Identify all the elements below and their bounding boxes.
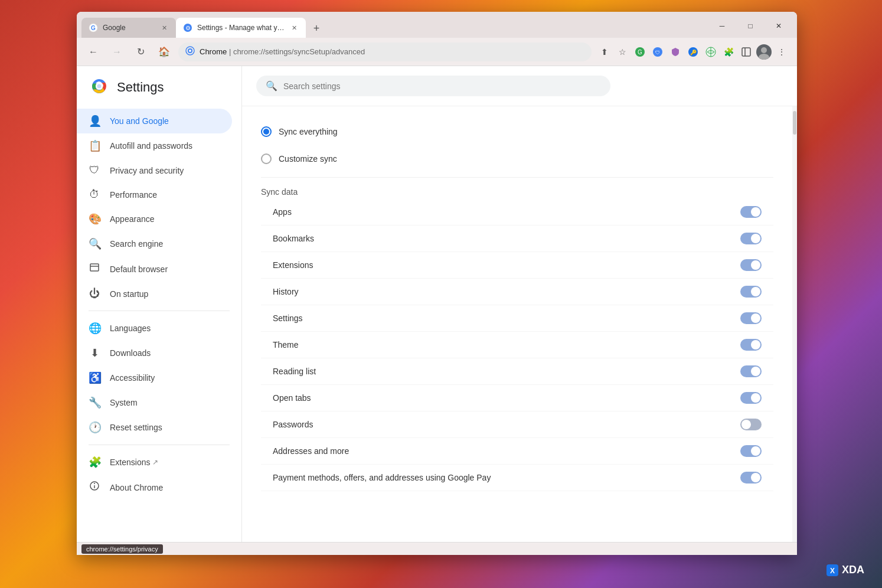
close-button[interactable]: ✕ <box>765 18 792 34</box>
sidebar-label-autofill: Autofill and passwords <box>110 141 192 151</box>
sync-label-payment: Payment methods, offers, and addresses u… <box>273 473 491 482</box>
shield-icon[interactable] <box>667 44 684 60</box>
toggle-addresses[interactable] <box>740 445 762 457</box>
profile-icon[interactable] <box>756 44 772 60</box>
sync-item-open-tabs: Open tabs <box>261 385 773 411</box>
svg-text:G: G <box>91 25 96 31</box>
toggle-extensions[interactable] <box>740 259 762 271</box>
home-button[interactable]: 🏠 <box>155 43 174 61</box>
sidebar-item-performance[interactable]: ⏱ Performance <box>77 182 232 207</box>
svg-text:🔑: 🔑 <box>690 49 697 56</box>
sync-label-reading-list: Reading list <box>273 367 316 376</box>
sidebar-item-appearance[interactable]: 🎨 Appearance <box>77 207 232 231</box>
key-icon[interactable]: 🔑 <box>685 44 701 60</box>
svg-point-17 <box>761 47 767 53</box>
tab-google[interactable]: G Google ✕ <box>81 18 176 38</box>
google-icon-1[interactable]: G <box>632 44 648 60</box>
window-controls: ─ □ ✕ <box>708 18 792 34</box>
sidebar: Settings 👤 You and Google 📋 Autofill and… <box>77 66 242 542</box>
sidebar-item-default-browser[interactable]: Default browser <box>77 256 232 282</box>
toggle-bookmarks[interactable] <box>740 233 762 244</box>
sync-item-payment: Payment methods, offers, and addresses u… <box>261 465 773 491</box>
tab-favicon-google: G <box>89 23 98 32</box>
extensions-icon[interactable]: 🧩 <box>720 44 737 60</box>
external-link-icon: ↗ <box>152 458 158 466</box>
sync-item-reading-list: Reading list <box>261 358 773 385</box>
toolbar-actions: ⬆ ☆ G 🛡 <box>596 44 790 60</box>
toggle-reading-list[interactable] <box>740 365 762 377</box>
bookmark-icon[interactable]: ☆ <box>614 44 631 60</box>
nav-bar: ← → ↻ 🏠 Chrome | chrome://settings/syncS… <box>77 38 797 66</box>
accessibility-icon: ♿ <box>89 371 100 384</box>
tab-close-settings[interactable]: ✕ <box>289 23 299 32</box>
tab-close-google[interactable]: ✕ <box>159 23 169 32</box>
back-button[interactable]: ← <box>84 43 103 61</box>
share-icon[interactable]: ⬆ <box>596 44 613 60</box>
sidebar-item-downloads[interactable]: ⬇ Downloads <box>77 341 232 365</box>
sidebar-label-default-browser: Default browser <box>110 264 168 274</box>
toggle-apps[interactable] <box>740 206 762 218</box>
sidebar-item-on-startup[interactable]: ⏻ On startup <box>77 282 232 306</box>
settings-page: Settings 👤 You and Google 📋 Autofill and… <box>77 66 797 542</box>
search-input[interactable] <box>283 81 601 91</box>
sidebar-label-privacy: Privacy and security <box>110 166 184 175</box>
sync-item-addresses: Addresses and more <box>261 438 773 465</box>
toggle-settings[interactable] <box>740 312 762 324</box>
toggle-passwords[interactable] <box>740 419 762 430</box>
sync-option-customize[interactable]: Customize sync <box>261 145 773 172</box>
sync-item-theme: Theme <box>261 332 773 358</box>
sidebar-toggle-icon[interactable] <box>738 44 754 60</box>
sidebar-item-about[interactable]: About Chrome <box>77 475 232 500</box>
toggle-history[interactable] <box>740 286 762 298</box>
radio-sync-everything[interactable] <box>261 126 272 137</box>
toggle-theme[interactable] <box>740 339 762 351</box>
tab-settings[interactable]: ⚙ Settings - Manage what you sy... ✕ <box>176 18 306 38</box>
sync-item-passwords: Passwords <box>261 411 773 438</box>
settings-header: Settings <box>77 76 241 109</box>
tab-favicon-settings: ⚙ <box>183 23 192 32</box>
google-icon-2[interactable]: 🛡 <box>649 44 666 60</box>
scrollbar-thumb[interactable] <box>793 111 796 135</box>
sidebar-item-reset[interactable]: 🕐 Reset settings <box>77 415 232 440</box>
sidebar-item-system[interactable]: 🔧 System <box>77 390 232 415</box>
sidebar-item-autofill[interactable]: 📋 Autofill and passwords <box>77 133 232 158</box>
appearance-icon: 🎨 <box>89 213 100 226</box>
toggle-payment[interactable] <box>740 472 762 484</box>
sync-option-everything[interactable]: Sync everything <box>261 118 773 145</box>
minimize-button[interactable]: ─ <box>708 18 736 34</box>
privacy-icon: 🛡 <box>89 164 100 177</box>
sidebar-item-search-engine[interactable]: 🔍 Search engine <box>77 231 232 256</box>
sync-label-history: History <box>273 287 299 296</box>
content-area: Settings 👤 You and Google 📋 Autofill and… <box>77 66 797 542</box>
new-tab-button[interactable]: + <box>308 20 325 37</box>
settings-title: Settings <box>117 80 164 95</box>
toggle-open-tabs[interactable] <box>740 392 762 404</box>
scrollbar-track[interactable] <box>792 106 797 542</box>
address-bar[interactable]: Chrome | chrome://settings/syncSetup/adv… <box>178 43 592 61</box>
menu-icon[interactable]: ⋮ <box>773 44 790 60</box>
reload-button[interactable]: ↻ <box>131 43 150 61</box>
search-engine-icon: 🔍 <box>89 237 100 250</box>
forward-button[interactable]: → <box>107 43 126 61</box>
svg-rect-15 <box>742 48 750 56</box>
sidebar-label-search-engine: Search engine <box>110 239 163 249</box>
sidebar-item-you-and-google[interactable]: 👤 You and Google <box>77 109 232 133</box>
sync-item-extensions: Extensions <box>261 252 773 279</box>
status-url: chrome://settings/privacy <box>81 544 163 554</box>
sidebar-item-extensions[interactable]: 🧩 Extensions ↗ <box>77 450 232 475</box>
sidebar-item-languages[interactable]: 🌐 Languages <box>77 316 232 341</box>
xda-watermark: X XDA <box>827 564 864 576</box>
sync-label-settings: Settings <box>273 313 303 323</box>
radio-customize-sync[interactable] <box>261 153 272 164</box>
startup-icon: ⏻ <box>89 288 100 300</box>
globe-icon[interactable] <box>703 44 719 60</box>
search-icon: 🔍 <box>266 80 277 92</box>
sidebar-item-privacy[interactable]: 🛡 Privacy and security <box>77 158 232 182</box>
svg-text:🛡: 🛡 <box>655 50 660 55</box>
maximize-button[interactable]: □ <box>737 18 764 34</box>
sync-item-settings: Settings <box>261 305 773 332</box>
reset-icon: 🕐 <box>89 421 100 434</box>
tab-title-settings: Settings - Manage what you sy... <box>197 24 285 32</box>
sidebar-item-accessibility[interactable]: ♿ Accessibility <box>77 365 232 390</box>
search-bar[interactable]: 🔍 <box>256 76 610 96</box>
